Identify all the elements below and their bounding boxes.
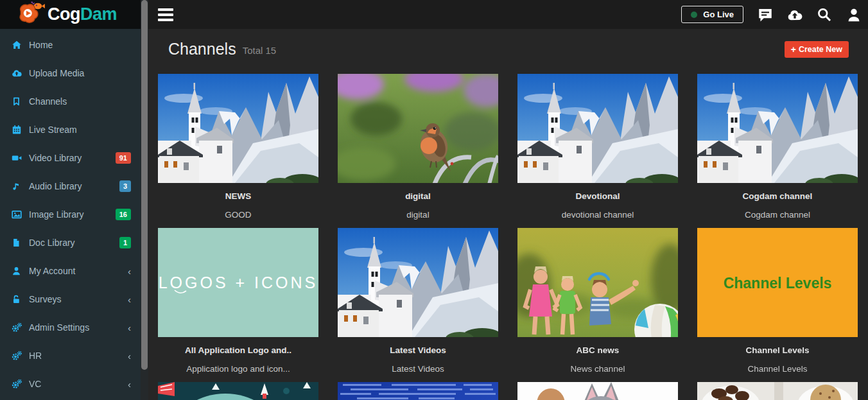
sidebar-item-label: Live Stream: [29, 125, 77, 135]
cloud-upload-icon[interactable]: [787, 7, 803, 22]
channels-grid: NEWSGOOD digitaldigital: [158, 74, 858, 400]
count-badge: 3: [119, 180, 131, 192]
svg-text:LOGOS + ICONS: LOGOS + ICONS: [159, 274, 318, 291]
mountain-church-thumbnail[interactable]: [158, 74, 318, 183]
chevron-left-icon: ‹: [128, 379, 131, 389]
channel-card-channel-levels[interactable]: Channel Levels Channel LevelsChannel Lev…: [697, 228, 858, 382]
channel-title: Channel Levels: [697, 345, 858, 355]
channel-description: Cogdam channel: [697, 210, 858, 220]
sidebar-scrollbar[interactable]: [141, 0, 148, 400]
channel-card-devotional[interactable]: Devotionaldevotional channel: [517, 74, 678, 228]
robin-bird-thumbnail[interactable]: [338, 74, 498, 183]
channel-card-digital[interactable]: digitaldigital: [338, 74, 498, 228]
top-bar: CogDam Go Live: [0, 0, 868, 29]
sidebar-item-vc[interactable]: VC‹: [0, 370, 148, 398]
channel-description: News channel: [517, 364, 678, 374]
go-live-button[interactable]: Go Live: [681, 6, 743, 23]
total-count-label: Total 15: [243, 45, 277, 56]
channel-description: Latest Videos: [338, 364, 498, 374]
image-icon: [12, 209, 22, 220]
channel-title: Latest Videos: [338, 345, 498, 355]
hamburger-menu-icon[interactable]: [158, 8, 173, 21]
cartoon-thumbnail[interactable]: [517, 382, 678, 400]
sidebar-item-upload-media[interactable]: Upload Media: [0, 59, 148, 87]
gears-icon: [12, 379, 22, 389]
channel-card-latest-videos[interactable]: Latest VideosLatest Videos: [338, 228, 498, 382]
promo-illustration-thumbnail[interactable]: [158, 382, 318, 400]
channel-description: GOOD: [158, 210, 318, 220]
sidebar-item-home[interactable]: Home: [0, 31, 148, 59]
sidebar-item-admin-settings[interactable]: Admin Settings‹: [0, 313, 148, 342]
channel-card-cogdam-channel[interactable]: Cogdam channelCogdam channel: [697, 74, 858, 228]
chevron-left-icon: ‹: [128, 351, 131, 361]
sidebar-item-audio-library[interactable]: Audio Library3: [0, 172, 148, 200]
unlock-icon: [12, 294, 22, 304]
count-badge: 91: [116, 152, 131, 164]
app-window: CogDam Go Live: [0, 0, 868, 400]
coffee-cookies-thumbnail[interactable]: [697, 382, 858, 400]
sidebar-item-live-stream[interactable]: Live Stream: [0, 116, 148, 144]
brand-text: CogDam: [48, 4, 117, 24]
mountain-church-thumbnail[interactable]: [338, 228, 498, 337]
kids-playing-thumbnail[interactable]: [517, 228, 678, 337]
channel-card-row3-8[interactable]: [158, 382, 318, 400]
count-badge: 1: [119, 237, 131, 248]
channel-title: All Application Logo and..: [158, 345, 318, 355]
channel-card-news[interactable]: NEWSGOOD: [158, 74, 318, 228]
sidebar-item-doc-library[interactable]: Doc Library1: [0, 229, 148, 257]
sidebar-item-label: My Account: [29, 266, 75, 276]
channel-title: Devotional: [517, 191, 678, 201]
sidebar-nav: HomeUpload MediaChannelsLive StreamVideo…: [0, 29, 148, 400]
sidebar-scrollbar-thumb[interactable]: [141, 0, 148, 370]
home-icon: [12, 40, 22, 50]
channel-card-abc-news[interactable]: ABC newsNews channel: [517, 228, 678, 382]
sidebar-item-label: Upload Media: [29, 68, 84, 78]
channel-levels-thumbnail[interactable]: Channel Levels: [697, 228, 858, 337]
channel-card-row3-9[interactable]: [338, 382, 498, 400]
video-icon: [12, 153, 22, 163]
count-badge: 16: [116, 209, 131, 220]
svg-text:Channel Levels: Channel Levels: [724, 275, 832, 291]
sidebar-item-label: Surveys: [29, 294, 62, 304]
channel-description: Channel Levels: [697, 364, 858, 374]
channel-title: digital: [338, 191, 498, 201]
gears-icon: [12, 322, 22, 333]
sidebar-item-surveys[interactable]: Surveys‹: [0, 285, 148, 313]
page-header: Channels Total 15 + Create New: [148, 29, 868, 58]
channel-card-row3-11[interactable]: [697, 382, 858, 400]
user-icon[interactable]: [846, 7, 862, 22]
channel-title: Cogdam channel: [697, 191, 858, 201]
logos-icons-thumbnail[interactable]: LOGOS + ICONS: [158, 228, 318, 337]
logo-area[interactable]: CogDam: [0, 0, 148, 29]
sidebar-item-image-library[interactable]: Image Library16: [0, 200, 148, 229]
sidebar-item-label: Admin Settings: [29, 322, 89, 333]
chevron-left-icon: ‹: [128, 266, 131, 276]
channel-card-all-application-logo-and[interactable]: LOGOS + ICONS All Application Logo and..…: [158, 228, 318, 382]
mountain-church-thumbnail[interactable]: [517, 74, 678, 183]
sidebar-item-video-library[interactable]: Video Library91: [0, 144, 148, 172]
sidebar-item-label: Home: [29, 40, 53, 50]
bookmark-icon: [12, 96, 22, 107]
channel-card-row3-10[interactable]: [517, 382, 678, 400]
cogdam-logo-icon: [17, 1, 46, 28]
channel-title: NEWS: [158, 191, 318, 201]
sidebar-item-label: Audio Library: [29, 181, 82, 191]
mountain-church-thumbnail[interactable]: [697, 74, 858, 183]
sidebar-item-hr[interactable]: HR‹: [0, 342, 148, 370]
channel-description: Application logo and icon...: [158, 364, 318, 374]
topbar-actions: Go Live: [681, 6, 868, 23]
gears-icon: [12, 351, 22, 361]
sidebar-item-channels[interactable]: Channels: [0, 87, 148, 116]
chevron-left-icon: ‹: [128, 323, 131, 333]
channel-description: digital: [338, 210, 498, 220]
sidebar-item-my-account[interactable]: My Account‹: [0, 257, 148, 285]
cloud-upload-icon: [12, 68, 22, 78]
search-icon[interactable]: [817, 7, 832, 22]
user-icon: [12, 266, 22, 276]
create-new-button[interactable]: + Create New: [785, 41, 849, 58]
chevron-left-icon: ‹: [128, 295, 131, 304]
sidebar-item-label: Doc Library: [29, 238, 75, 248]
calendar-icon: [12, 125, 22, 135]
digital-code-thumbnail[interactable]: [338, 382, 498, 400]
comments-icon[interactable]: [758, 7, 773, 22]
